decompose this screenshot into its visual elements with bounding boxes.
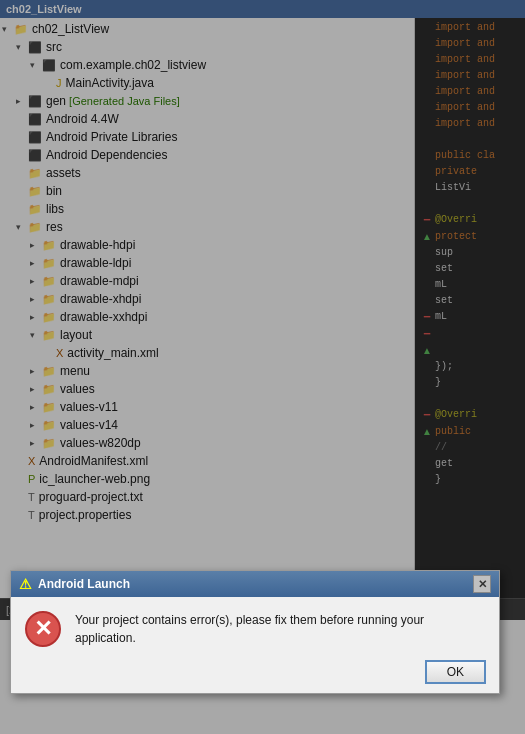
dialog-close-button[interactable]: ✕ [473,575,491,593]
x-icon: ✕ [34,616,52,642]
dialog-message: Your project contains error(s), please f… [75,611,485,647]
error-icon: ✕ [25,611,61,647]
android-launch-dialog: ⚠ Android Launch ✕ ✕ Your project contai… [10,570,500,694]
dialog-overlay: ⚠ Android Launch ✕ ✕ Your project contai… [0,0,525,734]
close-icon: ✕ [478,578,487,591]
dialog-content: ✕ Your project contains error(s), please… [11,597,499,657]
dialog-titlebar: ⚠ Android Launch ✕ [11,571,499,597]
dialog-title-label: Android Launch [38,577,130,591]
dialog-title-left: ⚠ Android Launch [19,576,130,592]
dialog-footer: OK [11,657,499,693]
dialog-warning-icon: ⚠ [19,576,32,592]
ok-button[interactable]: OK [426,661,485,683]
